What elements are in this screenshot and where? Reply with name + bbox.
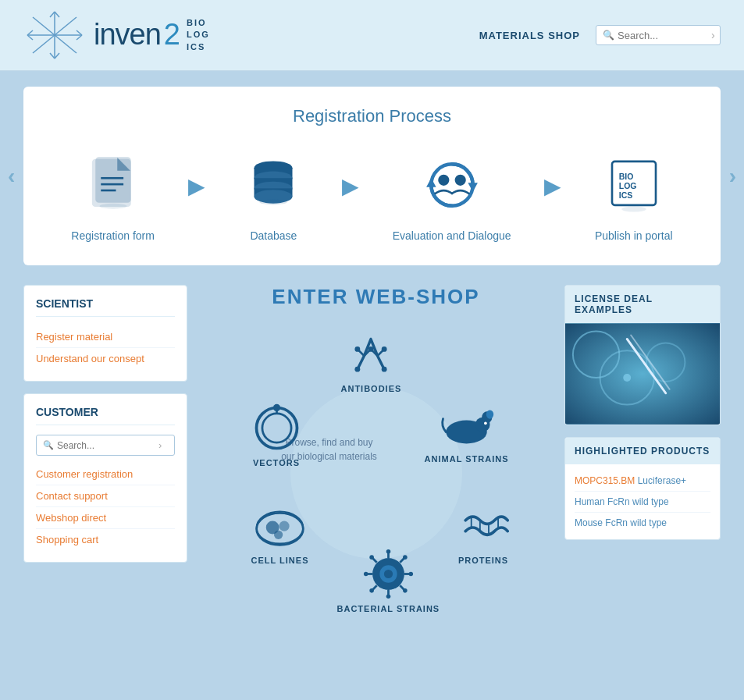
- svg-point-71: [403, 588, 408, 593]
- svg-point-67: [408, 572, 413, 577]
- svg-point-42: [262, 414, 290, 442]
- product-link-mouse-fcrn[interactable]: Mouse FcRn wild type: [575, 513, 710, 533]
- sidebar: SCIENTIST Register material Understand o…: [23, 285, 187, 574]
- shop-item-bacterial[interactable]: BACTERIAL STRAINS: [337, 549, 440, 613]
- svg-marker-28: [468, 183, 477, 192]
- product-link-human-fcrn[interactable]: Human FcRn wild type: [575, 492, 710, 513]
- step-label-database: Database: [250, 229, 297, 242]
- svg-point-77: [384, 570, 393, 578]
- step-database: Database: [238, 150, 308, 242]
- arrow-1: ▶: [188, 173, 205, 199]
- sidebar-link-cart[interactable]: Shopping cart: [36, 529, 175, 550]
- carousel-next-button[interactable]: ›: [729, 164, 736, 189]
- license-box: LICENSE DEAL EXAMPLES: [564, 285, 721, 425]
- svg-point-84: [623, 374, 631, 382]
- carousel-prev-button[interactable]: ‹: [8, 164, 15, 189]
- svg-line-6: [50, 53, 55, 59]
- license-header: LICENSE DEAL EXAMPLES: [565, 286, 720, 323]
- bottom-section: SCIENTIST Register material Understand o…: [23, 285, 721, 621]
- sidebar-link-understand[interactable]: Understand our consept: [36, 348, 175, 369]
- highlighted-products-box: HIGHLIGHTED PRODUCTS MOPC315.BM Lucifera…: [564, 437, 721, 540]
- step-publish: BIO LOG ICS Publish in portal: [595, 150, 673, 242]
- svg-point-39: [355, 367, 361, 372]
- shop-item-label-vectors: VECTORS: [253, 458, 300, 467]
- logo-text: inven 2 BIO LOG ICS: [94, 17, 210, 53]
- snowflake-icon: [23, 8, 86, 62]
- scientist-box: SCIENTIST Register material Understand o…: [23, 285, 187, 382]
- webshop-title: ENTER WEB-SHOP: [272, 285, 479, 309]
- sidebar-link-contact[interactable]: Contact support: [36, 485, 175, 507]
- shop-item-label-animal: ANIMAL STRAINS: [425, 454, 509, 464]
- right-column: LICENSE DEAL EXAMPLES: [564, 285, 721, 552]
- customer-search-box[interactable]: 🔍 ›: [36, 435, 175, 456]
- arrow-2: ▶: [342, 173, 359, 199]
- shop-item-animal[interactable]: ANIMAL STRAINS: [425, 403, 509, 464]
- shop-item-cell[interactable]: CELL LINES: [251, 504, 309, 565]
- svg-line-7: [55, 53, 59, 59]
- step-icon-form: [78, 150, 148, 220]
- shop-item-label-antibodies: ANTIBODIES: [341, 384, 402, 393]
- sidebar-link-webshop[interactable]: Webshop direct: [36, 507, 175, 529]
- main-content: ‹ Registration Process: [0, 71, 744, 637]
- step-evaluation: Evaluation and Dialogue: [393, 150, 511, 242]
- highlighted-products-list: MOPC315.BM Luciferase+ Human FcRn wild t…: [565, 464, 720, 539]
- customer-title: CUSTOMER: [36, 406, 175, 425]
- shop-item-label-cell: CELL LINES: [251, 556, 309, 565]
- svg-point-26: [260, 199, 287, 204]
- svg-point-69: [369, 555, 374, 560]
- logo-inven: inven: [94, 18, 161, 52]
- svg-point-40: [382, 367, 387, 372]
- svg-point-61: [386, 549, 391, 554]
- svg-point-75: [369, 588, 374, 593]
- step-label-publish: Publish in portal: [595, 229, 673, 242]
- product-link-mopc[interactable]: MOPC315.BM Luciferase+: [575, 471, 710, 492]
- step-registration-form: Registration form: [71, 150, 155, 242]
- svg-line-5: [55, 12, 59, 17]
- svg-point-65: [364, 572, 368, 577]
- svg-point-54: [274, 531, 283, 539]
- search-input[interactable]: [618, 30, 711, 41]
- process-steps: Registration form ▶: [55, 150, 689, 242]
- svg-point-48: [486, 410, 493, 418]
- shop-item-antibodies[interactable]: ANTIBODIES: [341, 332, 402, 393]
- webshop-grid: Browse, find and buy our biological mate…: [228, 325, 525, 621]
- sidebar-link-customer-reg[interactable]: Customer registration: [36, 464, 175, 485]
- svg-text:LOG: LOG: [619, 181, 637, 190]
- registration-title: Registration Process: [55, 106, 689, 126]
- customer-search-icon: 🔍: [43, 440, 54, 450]
- license-image: [565, 323, 720, 425]
- customer-search-input[interactable]: [57, 440, 158, 451]
- scientist-title: SCIENTIST: [36, 297, 175, 317]
- search-arrow-icon[interactable]: ›: [711, 29, 715, 41]
- customer-search-arrow[interactable]: ›: [158, 439, 162, 451]
- step-label-form: Registration form: [71, 229, 155, 242]
- svg-point-73: [403, 555, 408, 560]
- header-search-box[interactable]: 🔍 ›: [596, 25, 721, 45]
- needle-svg: [565, 323, 720, 425]
- step-icon-evaluation: [417, 150, 487, 220]
- shop-item-proteins[interactable]: PROTEINS: [458, 504, 509, 565]
- svg-line-9: [27, 35, 33, 40]
- materials-shop-label: MATERIALS SHOP: [479, 30, 580, 41]
- svg-point-50: [257, 513, 304, 545]
- svg-line-8: [27, 30, 33, 35]
- highlighted-products-header: HIGHLIGHTED PRODUCTS: [565, 438, 720, 464]
- svg-point-53: [279, 521, 290, 531]
- sidebar-link-register[interactable]: Register material: [36, 326, 175, 348]
- svg-line-10: [77, 30, 82, 35]
- logo-2: 2: [164, 18, 180, 52]
- svg-line-11: [77, 35, 82, 40]
- svg-rect-78: [565, 324, 720, 425]
- step-icon-database: [238, 150, 308, 220]
- svg-point-35: [621, 207, 646, 212]
- customer-box: CUSTOMER 🔍 › Customer registration Conta…: [23, 393, 187, 563]
- svg-point-49: [484, 421, 487, 425]
- header-right: MATERIALS SHOP 🔍 ›: [479, 25, 721, 45]
- step-label-evaluation: Evaluation and Dialogue: [393, 229, 511, 242]
- svg-point-30: [454, 175, 465, 186]
- shop-item-vectors[interactable]: VECTORS: [251, 403, 302, 467]
- svg-point-38: [382, 346, 387, 352]
- svg-point-18: [99, 204, 126, 209]
- header: inven 2 BIO LOG ICS MATERIALS SHOP 🔍 ›: [0, 0, 744, 71]
- svg-point-29: [438, 175, 449, 186]
